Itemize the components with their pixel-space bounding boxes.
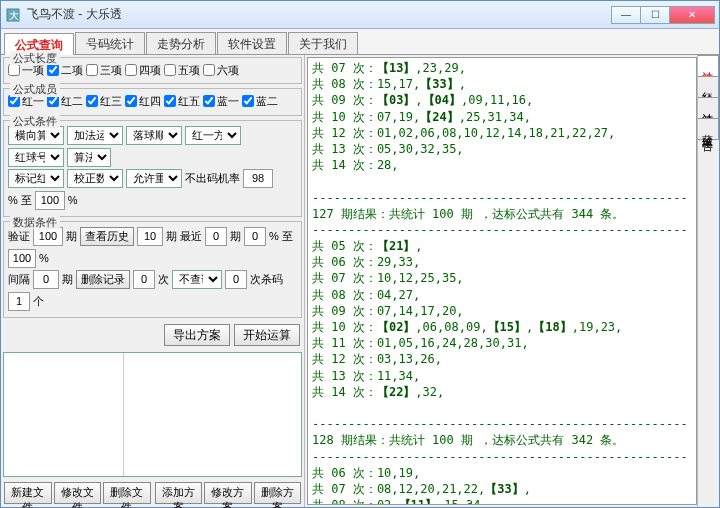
btn-run[interactable]: 开始运算 bbox=[234, 324, 300, 346]
app-icon: 大 bbox=[5, 7, 21, 23]
group-conditions: 公式条件 横向算法 加法运算 落球顺序 红一方向 红球号码 算法 A 标记红球 … bbox=[3, 120, 302, 217]
chk-blue1[interactable]: 蓝一 bbox=[203, 94, 239, 108]
group-title: 数据条件 bbox=[10, 215, 60, 229]
sel-rednum[interactable]: 红球号码 bbox=[8, 148, 64, 167]
chk-len6[interactable]: 六项 bbox=[203, 63, 239, 77]
sel-noquery[interactable]: 不查询 bbox=[172, 270, 222, 289]
sel-horiz[interactable]: 横向算法 bbox=[8, 126, 64, 145]
sel-mark[interactable]: 标记红球 bbox=[8, 169, 64, 188]
inp-p1[interactable] bbox=[243, 169, 273, 188]
main-tabs: 公式查询 号码统计 走势分析 软件设置 关于我们 bbox=[1, 29, 719, 55]
inp-d2[interactable] bbox=[137, 227, 163, 246]
minimize-button[interactable]: — bbox=[611, 6, 641, 24]
action-buttons: 导出方案 开始运算 bbox=[1, 320, 304, 350]
btn-history[interactable]: 查看历史 bbox=[80, 227, 134, 246]
group-length: 公式长度 一项 二项 三项 四项 五项 六项 bbox=[3, 57, 302, 84]
btn-del[interactable]: 删除文件 bbox=[103, 482, 151, 504]
tab-trend[interactable]: 走势分析 bbox=[146, 32, 216, 54]
chk-len4[interactable]: 四项 bbox=[125, 63, 161, 77]
window-title: 飞鸟不渡 - 大乐透 bbox=[27, 7, 612, 23]
chk-blue2[interactable]: 蓝二 bbox=[242, 94, 278, 108]
inp-verify[interactable] bbox=[33, 227, 63, 246]
chk-red3[interactable]: 红三 bbox=[86, 94, 122, 108]
sel-order[interactable]: 落球顺序 bbox=[126, 126, 182, 145]
stab-calc-red[interactable]: 计算红球 bbox=[698, 55, 719, 77]
chk-red5[interactable]: 红五 bbox=[164, 94, 200, 108]
left-panel: 公式长度 一项 二项 三项 四项 五项 六项 公式成员 红一 红二 红三 红四 bbox=[1, 55, 305, 507]
output-log[interactable]: 共 07 次：【13】,23,29, 共 08 次：15,17,【33】, 共 … bbox=[307, 57, 697, 505]
tab-number-stats[interactable]: 号码统计 bbox=[75, 32, 145, 54]
file-tree[interactable] bbox=[3, 352, 302, 477]
stab-red-combo[interactable]: 红球组合 bbox=[698, 76, 719, 98]
sel-add[interactable]: 加法运算 bbox=[67, 126, 123, 145]
sel-correct[interactable]: 校正数值 bbox=[67, 169, 123, 188]
chk-len3[interactable]: 三项 bbox=[86, 63, 122, 77]
lbl-nomiss: 不出码机率 bbox=[185, 171, 240, 185]
btn-new[interactable]: 新建文件 bbox=[4, 482, 52, 504]
inp-d4[interactable] bbox=[244, 227, 266, 246]
side-tabs: 计算红球 红球组合 计算蓝球 蓝球组合 bbox=[697, 55, 719, 507]
chk-len5[interactable]: 五项 bbox=[164, 63, 200, 77]
btn-delrec[interactable]: 删除记录 bbox=[76, 270, 130, 289]
tab-about[interactable]: 关于我们 bbox=[288, 32, 358, 54]
inp-p2[interactable] bbox=[35, 191, 65, 210]
group-members: 公式成员 红一 红二 红三 红四 红五 蓝一 蓝二 bbox=[3, 88, 302, 115]
sel-dir[interactable]: 红一方向 bbox=[185, 126, 241, 145]
titlebar: 大 飞鸟不渡 - 大乐透 — ☐ ✕ bbox=[1, 1, 719, 29]
inp-d7[interactable] bbox=[133, 270, 155, 289]
sel-repeat[interactable]: 允许重复 bbox=[126, 169, 182, 188]
group-title: 公式条件 bbox=[10, 114, 60, 128]
btn-edit[interactable]: 修改文件 bbox=[54, 482, 102, 504]
inp-d3[interactable] bbox=[205, 227, 227, 246]
stab-calc-blue[interactable]: 计算蓝球 bbox=[698, 97, 719, 119]
inp-d5[interactable] bbox=[8, 249, 36, 268]
body: 公式长度 一项 二项 三项 四项 五项 六项 公式成员 红一 红二 红三 红四 bbox=[1, 55, 719, 507]
inp-d9[interactable] bbox=[8, 292, 30, 311]
sel-alg[interactable]: 算法 A bbox=[67, 148, 111, 167]
maximize-button[interactable]: ☐ bbox=[640, 6, 670, 24]
tab-settings[interactable]: 软件设置 bbox=[217, 32, 287, 54]
btn-add[interactable]: 添加方案 bbox=[155, 482, 203, 504]
window-controls: — ☐ ✕ bbox=[612, 6, 715, 24]
right-panel: 共 07 次：【13】,23,29, 共 08 次：15,17,【33】, 共 … bbox=[305, 55, 719, 507]
group-data: 数据条件 验证 期 查看历史 期 最近 期 % 至 % 间隔 bbox=[3, 221, 302, 318]
group-title: 公式成员 bbox=[10, 82, 60, 96]
btn-mod[interactable]: 修改方案 bbox=[204, 482, 252, 504]
app-window: 大 飞鸟不渡 - 大乐透 — ☐ ✕ 公式查询 号码统计 走势分析 软件设置 关… bbox=[0, 0, 720, 508]
btn-export[interactable]: 导出方案 bbox=[164, 324, 230, 346]
inp-gap[interactable] bbox=[33, 270, 59, 289]
group-title: 公式长度 bbox=[10, 51, 60, 65]
svg-text:大: 大 bbox=[9, 10, 19, 21]
chk-red4[interactable]: 红四 bbox=[125, 94, 161, 108]
file-buttons: 新建文件 修改文件 删除文件 添加方案 修改方案 删除方案 bbox=[1, 479, 304, 507]
stab-blue-combo[interactable]: 蓝球组合 bbox=[698, 118, 719, 140]
inp-d8[interactable] bbox=[225, 270, 247, 289]
btn-rm[interactable]: 删除方案 bbox=[254, 482, 302, 504]
close-button[interactable]: ✕ bbox=[669, 6, 715, 24]
